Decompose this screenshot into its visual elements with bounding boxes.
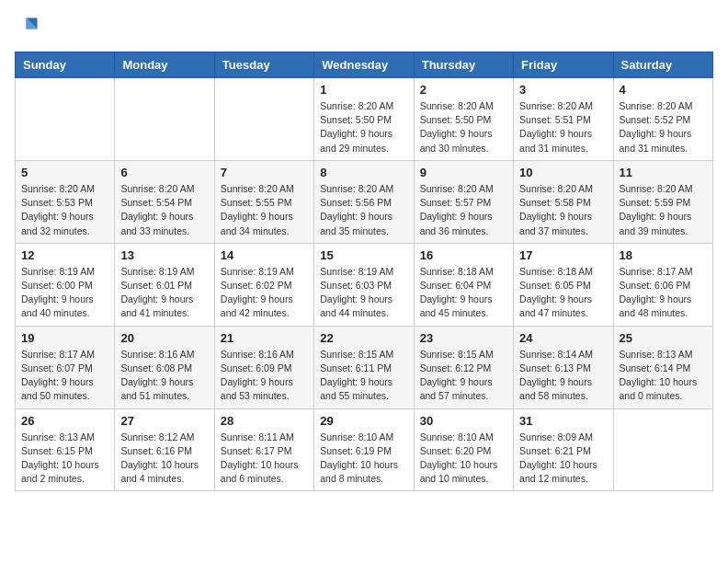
calendar-week-3: 12Sunrise: 8:19 AM Sunset: 6:00 PM Dayli… bbox=[16, 243, 713, 326]
calendar-cell: 19Sunrise: 8:17 AM Sunset: 6:07 PM Dayli… bbox=[16, 326, 115, 408]
weekday-header-sunday: Sunday bbox=[16, 52, 115, 78]
calendar-week-1: 1Sunrise: 8:20 AM Sunset: 5:50 PM Daylig… bbox=[16, 78, 713, 161]
day-info: Sunrise: 8:20 AM Sunset: 5:50 PM Dayligh… bbox=[320, 99, 407, 155]
day-info: Sunrise: 8:17 AM Sunset: 6:06 PM Dayligh… bbox=[620, 265, 707, 321]
weekday-header-saturday: Saturday bbox=[613, 52, 712, 78]
day-number: 8 bbox=[320, 166, 407, 179]
day-number: 3 bbox=[519, 83, 607, 97]
calendar-cell: 5Sunrise: 8:20 AM Sunset: 5:53 PM Daylig… bbox=[16, 160, 115, 243]
day-info: Sunrise: 8:17 AM Sunset: 6:07 PM Dayligh… bbox=[21, 348, 108, 404]
weekday-header-thursday: Thursday bbox=[414, 52, 513, 78]
day-number: 21 bbox=[221, 331, 308, 345]
day-number: 26 bbox=[21, 414, 108, 428]
day-info: Sunrise: 8:10 AM Sunset: 6:20 PM Dayligh… bbox=[420, 431, 507, 487]
day-number: 24 bbox=[519, 331, 607, 345]
day-number: 14 bbox=[221, 248, 308, 262]
day-info: Sunrise: 8:12 AM Sunset: 6:16 PM Dayligh… bbox=[120, 431, 208, 487]
day-number: 10 bbox=[519, 166, 607, 179]
calendar-cell bbox=[115, 78, 214, 161]
day-info: Sunrise: 8:20 AM Sunset: 5:58 PM Dayligh… bbox=[519, 182, 607, 238]
calendar-table: SundayMondayTuesdayWednesdayThursdayFrid… bbox=[15, 52, 713, 491]
calendar-cell: 8Sunrise: 8:20 AM Sunset: 5:56 PM Daylig… bbox=[314, 160, 414, 243]
day-number: 16 bbox=[420, 248, 507, 262]
calendar-cell: 18Sunrise: 8:17 AM Sunset: 6:06 PM Dayli… bbox=[613, 243, 712, 326]
day-info: Sunrise: 8:20 AM Sunset: 5:54 PM Dayligh… bbox=[120, 182, 208, 238]
day-number: 4 bbox=[620, 83, 707, 97]
day-number: 12 bbox=[21, 248, 108, 262]
day-info: Sunrise: 8:15 AM Sunset: 6:12 PM Dayligh… bbox=[420, 348, 507, 404]
calendar-cell: 30Sunrise: 8:10 AM Sunset: 6:20 PM Dayli… bbox=[414, 408, 513, 491]
day-info: Sunrise: 8:18 AM Sunset: 6:05 PM Dayligh… bbox=[519, 265, 607, 321]
calendar-cell: 13Sunrise: 8:19 AM Sunset: 6:01 PM Dayli… bbox=[115, 243, 214, 326]
calendar-cell: 9Sunrise: 8:20 AM Sunset: 5:57 PM Daylig… bbox=[414, 160, 513, 243]
calendar-cell: 17Sunrise: 8:18 AM Sunset: 6:05 PM Dayli… bbox=[514, 243, 613, 326]
calendar-cell: 16Sunrise: 8:18 AM Sunset: 6:04 PM Dayli… bbox=[414, 243, 513, 326]
day-number: 7 bbox=[221, 166, 308, 179]
weekday-header-tuesday: Tuesday bbox=[214, 52, 313, 78]
day-number: 27 bbox=[120, 414, 208, 428]
day-number: 6 bbox=[120, 166, 208, 179]
day-info: Sunrise: 8:14 AM Sunset: 6:13 PM Dayligh… bbox=[519, 348, 607, 404]
logo bbox=[15, 15, 44, 40]
calendar-cell: 7Sunrise: 8:20 AM Sunset: 5:55 PM Daylig… bbox=[214, 160, 313, 243]
day-number: 5 bbox=[21, 166, 108, 179]
day-number: 19 bbox=[21, 331, 108, 345]
calendar-cell: 11Sunrise: 8:20 AM Sunset: 5:59 PM Dayli… bbox=[613, 160, 712, 243]
day-number: 1 bbox=[320, 83, 407, 97]
calendar-week-5: 26Sunrise: 8:13 AM Sunset: 6:15 PM Dayli… bbox=[16, 408, 713, 491]
calendar-cell: 27Sunrise: 8:12 AM Sunset: 6:16 PM Dayli… bbox=[115, 408, 214, 491]
day-info: Sunrise: 8:20 AM Sunset: 5:50 PM Dayligh… bbox=[420, 99, 507, 155]
calendar-cell: 10Sunrise: 8:20 AM Sunset: 5:58 PM Dayli… bbox=[514, 160, 613, 243]
day-info: Sunrise: 8:15 AM Sunset: 6:11 PM Dayligh… bbox=[320, 348, 407, 404]
calendar-cell: 28Sunrise: 8:11 AM Sunset: 6:17 PM Dayli… bbox=[214, 408, 313, 491]
day-info: Sunrise: 8:19 AM Sunset: 6:00 PM Dayligh… bbox=[21, 265, 108, 321]
logo-icon bbox=[15, 15, 40, 40]
day-number: 28 bbox=[221, 414, 308, 428]
day-number: 9 bbox=[420, 166, 507, 179]
calendar-week-2: 5Sunrise: 8:20 AM Sunset: 5:53 PM Daylig… bbox=[16, 160, 713, 243]
day-info: Sunrise: 8:20 AM Sunset: 5:56 PM Dayligh… bbox=[320, 182, 407, 238]
weekday-header-wednesday: Wednesday bbox=[314, 52, 414, 78]
day-info: Sunrise: 8:20 AM Sunset: 5:59 PM Dayligh… bbox=[620, 182, 707, 238]
calendar-cell: 3Sunrise: 8:20 AM Sunset: 5:51 PM Daylig… bbox=[514, 78, 613, 161]
day-number: 13 bbox=[120, 248, 208, 262]
day-info: Sunrise: 8:09 AM Sunset: 6:21 PM Dayligh… bbox=[519, 431, 607, 487]
day-info: Sunrise: 8:19 AM Sunset: 6:03 PM Dayligh… bbox=[320, 265, 407, 321]
calendar-cell bbox=[214, 78, 313, 161]
day-info: Sunrise: 8:20 AM Sunset: 5:52 PM Dayligh… bbox=[620, 99, 707, 155]
calendar-cell: 23Sunrise: 8:15 AM Sunset: 6:12 PM Dayli… bbox=[414, 326, 513, 408]
day-info: Sunrise: 8:19 AM Sunset: 6:02 PM Dayligh… bbox=[221, 265, 308, 321]
page-header bbox=[15, 15, 713, 40]
day-info: Sunrise: 8:13 AM Sunset: 6:14 PM Dayligh… bbox=[620, 348, 707, 404]
weekday-header-monday: Monday bbox=[115, 52, 214, 78]
calendar-cell: 2Sunrise: 8:20 AM Sunset: 5:50 PM Daylig… bbox=[414, 78, 513, 161]
calendar-cell: 29Sunrise: 8:10 AM Sunset: 6:19 PM Dayli… bbox=[314, 408, 414, 491]
day-number: 30 bbox=[420, 414, 507, 428]
calendar-cell: 14Sunrise: 8:19 AM Sunset: 6:02 PM Dayli… bbox=[214, 243, 313, 326]
day-info: Sunrise: 8:16 AM Sunset: 6:09 PM Dayligh… bbox=[221, 348, 308, 404]
calendar-cell: 15Sunrise: 8:19 AM Sunset: 6:03 PM Dayli… bbox=[314, 243, 414, 326]
calendar-week-4: 19Sunrise: 8:17 AM Sunset: 6:07 PM Dayli… bbox=[16, 326, 713, 408]
calendar-cell: 1Sunrise: 8:20 AM Sunset: 5:50 PM Daylig… bbox=[314, 78, 414, 161]
day-info: Sunrise: 8:13 AM Sunset: 6:15 PM Dayligh… bbox=[21, 431, 108, 487]
day-number: 31 bbox=[519, 414, 607, 428]
calendar-cell: 20Sunrise: 8:16 AM Sunset: 6:08 PM Dayli… bbox=[115, 326, 214, 408]
day-info: Sunrise: 8:20 AM Sunset: 5:55 PM Dayligh… bbox=[221, 182, 308, 238]
day-number: 23 bbox=[420, 331, 507, 345]
weekday-header-row: SundayMondayTuesdayWednesdayThursdayFrid… bbox=[16, 52, 713, 78]
day-info: Sunrise: 8:20 AM Sunset: 5:57 PM Dayligh… bbox=[420, 182, 507, 238]
day-number: 15 bbox=[320, 248, 407, 262]
calendar-cell: 26Sunrise: 8:13 AM Sunset: 6:15 PM Dayli… bbox=[16, 408, 115, 491]
calendar-cell: 31Sunrise: 8:09 AM Sunset: 6:21 PM Dayli… bbox=[514, 408, 613, 491]
calendar-cell bbox=[16, 78, 115, 161]
day-number: 17 bbox=[519, 248, 607, 262]
day-number: 22 bbox=[320, 331, 407, 345]
day-info: Sunrise: 8:18 AM Sunset: 6:04 PM Dayligh… bbox=[420, 265, 507, 321]
calendar-cell: 12Sunrise: 8:19 AM Sunset: 6:00 PM Dayli… bbox=[16, 243, 115, 326]
calendar-cell bbox=[613, 408, 712, 491]
day-number: 29 bbox=[320, 414, 407, 428]
day-info: Sunrise: 8:20 AM Sunset: 5:51 PM Dayligh… bbox=[519, 99, 607, 155]
calendar-cell: 4Sunrise: 8:20 AM Sunset: 5:52 PM Daylig… bbox=[613, 78, 712, 161]
day-number: 25 bbox=[620, 331, 707, 345]
calendar-cell: 21Sunrise: 8:16 AM Sunset: 6:09 PM Dayli… bbox=[214, 326, 313, 408]
